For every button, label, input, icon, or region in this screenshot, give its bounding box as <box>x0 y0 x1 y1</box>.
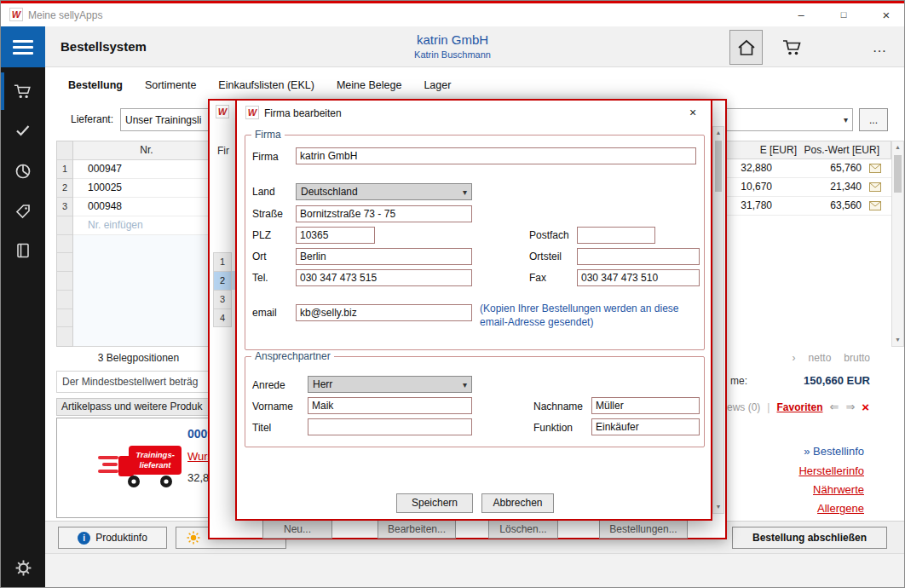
maximize-button[interactable]: □ <box>829 4 858 26</box>
bestellung-abschliessen-button[interactable]: Bestellung abschließen <box>732 527 887 549</box>
tab-bestellung[interactable]: Bestellung <box>57 72 134 100</box>
list-row[interactable]: 3 <box>213 290 232 308</box>
divider: | <box>767 401 770 413</box>
abbrechen-button[interactable]: Abbrechen <box>481 493 554 513</box>
ortsteil-input[interactable] <box>577 248 700 265</box>
tab-sortimente[interactable]: Sortimente <box>134 72 207 100</box>
funktion-input[interactable] <box>591 418 700 435</box>
list-row-selected[interactable]: 2 <box>213 271 232 290</box>
mail-icon[interactable] <box>869 164 881 173</box>
chevron-down-icon <box>463 184 467 199</box>
strasse-input[interactable] <box>296 205 472 222</box>
scroll-down-icon[interactable]: ▼ <box>892 334 903 346</box>
plz-label: PLZ <box>252 229 271 241</box>
plz-input[interactable] <box>296 227 375 244</box>
hamburger-menu-button[interactable] <box>1 26 45 67</box>
speichern-button[interactable]: Speichern <box>396 493 473 513</box>
e-eur-value: 10,670 <box>741 178 772 196</box>
row-number[interactable]: 2 <box>57 179 72 198</box>
price-row[interactable]: 10,670 21,340 <box>719 178 891 197</box>
tab-meine-belege[interactable]: Meine Belege <box>326 72 412 100</box>
mail-icon[interactable] <box>869 201 881 210</box>
next-arrow-icon[interactable]: ⇒ <box>845 401 855 413</box>
naehrwerte-link[interactable]: Nährwerte <box>813 483 864 496</box>
ansprechpartner-group-legend: Ansprechpartner <box>251 350 334 362</box>
e-eur-header[interactable]: E [EUR] <box>760 141 797 159</box>
sidebar-item-katalog[interactable] <box>1 232 45 269</box>
insert-row[interactable]: Nr. einfügen <box>73 216 220 235</box>
neu-button[interactable]: Neu... <box>262 520 332 539</box>
browse-button[interactable]: ... <box>859 108 888 131</box>
postfach-input[interactable] <box>577 227 655 244</box>
remove-favorite-icon[interactable]: × <box>862 400 869 414</box>
postfach-label: Postfach <box>529 229 569 241</box>
close-icon[interactable]: × <box>680 103 706 122</box>
home-button[interactable] <box>729 30 763 65</box>
price-row[interactable]: 32,880 65,760 <box>719 159 891 178</box>
row-number[interactable]: 3 <box>57 198 72 216</box>
tab-bar: Bestellung Sortimente Einkaufslisten (EK… <box>45 72 904 100</box>
sidebar-item-preise[interactable] <box>1 193 45 230</box>
mail-icon[interactable] <box>869 182 881 192</box>
firma-group-legend: Firma <box>251 129 285 141</box>
table-row[interactable]: 000947 <box>73 160 220 179</box>
price-row[interactable]: 31,780 63,560 <box>719 197 891 216</box>
produktinfo-label: Produktinfo <box>95 532 147 544</box>
table-row[interactable]: 100025 <box>73 179 220 198</box>
nr-column-header[interactable]: Nr. <box>73 141 220 160</box>
cart-button[interactable] <box>775 30 809 65</box>
brutto-label: brutto <box>844 352 870 364</box>
bestellungen-button[interactable]: Bestellungen... <box>599 520 688 539</box>
chevron-right-icon: › <box>793 352 796 364</box>
vorname-input[interactable] <box>308 397 472 414</box>
land-value: Deutschland <box>301 186 358 198</box>
chevron-down-icon <box>463 377 467 392</box>
scrollbar-thumb[interactable] <box>715 141 722 192</box>
book-icon <box>14 242 32 259</box>
scroll-up-icon[interactable]: ▲ <box>713 127 723 139</box>
scrollbar-thumb[interactable] <box>894 155 902 193</box>
land-select[interactable]: Deutschland <box>296 183 472 200</box>
table-row[interactable]: 000948 <box>73 198 220 216</box>
bearbeiten-button[interactable]: Bearbeiten... <box>378 520 456 539</box>
sidebar-item-statistik[interactable] <box>1 153 45 190</box>
tel-input[interactable] <box>296 269 472 286</box>
scroll-down-icon[interactable]: ▼ <box>713 501 723 513</box>
pos-wert-value: 65,760 <box>830 159 862 177</box>
list-row[interactable]: 4 <box>213 308 232 327</box>
list-row[interactable]: 1 <box>213 252 232 271</box>
produktinfo-button[interactable]: Produktinfo <box>58 527 167 549</box>
more-options-button[interactable]: … <box>863 30 897 65</box>
firma-input[interactable] <box>296 147 696 164</box>
fax-input[interactable] <box>577 269 700 286</box>
row-number[interactable]: 1 <box>57 160 72 179</box>
pos-wert-header[interactable]: Pos.-Wert [EUR] <box>804 141 879 159</box>
sidebar-item-bestaetigungen[interactable] <box>1 112 45 149</box>
sellyapps-logo-icon: W <box>216 105 229 118</box>
netto-label: netto <box>809 352 832 364</box>
email-input[interactable] <box>296 304 472 321</box>
list-scrollbar[interactable]: ▲ ▼ <box>712 126 724 514</box>
sidebar-item-bestellung[interactable] <box>1 72 45 110</box>
tab-lager[interactable]: Lager <box>412 72 462 100</box>
scroll-up-icon[interactable]: ▲ <box>892 141 903 153</box>
tab-einkaufslisten[interactable]: Einkaufslisten (EKL) <box>207 72 326 100</box>
email-note: (Kopien Ihrer Bestellungen werden an die… <box>480 302 695 329</box>
minimize-button[interactable]: – <box>787 4 816 26</box>
allergene-link[interactable]: Allergene <box>817 502 864 515</box>
titel-input[interactable] <box>308 418 472 435</box>
favoriten-link[interactable]: Favoriten <box>776 401 822 413</box>
nachname-input[interactable] <box>591 397 700 414</box>
window-titlebar: W Meine sellyApps – □ × <box>1 3 904 26</box>
sidebar-item-einstellungen[interactable] <box>1 549 45 586</box>
anrede-select[interactable]: Herr <box>308 376 472 393</box>
bestellinfo-link[interactable]: » Bestellinfo <box>804 445 864 458</box>
prev-arrow-icon[interactable]: ⇐ <box>829 401 839 413</box>
loeschen-button[interactable]: Löschen... <box>488 520 558 539</box>
close-button[interactable]: × <box>872 4 901 26</box>
main-scrollbar[interactable]: ▲ ▼ <box>891 141 904 347</box>
e-eur-value: 32,880 <box>741 159 772 177</box>
herstellerinfo-link[interactable]: Herstellerinfo <box>798 464 864 477</box>
ort-input[interactable] <box>296 248 472 265</box>
tel-label: Tel. <box>252 272 268 284</box>
